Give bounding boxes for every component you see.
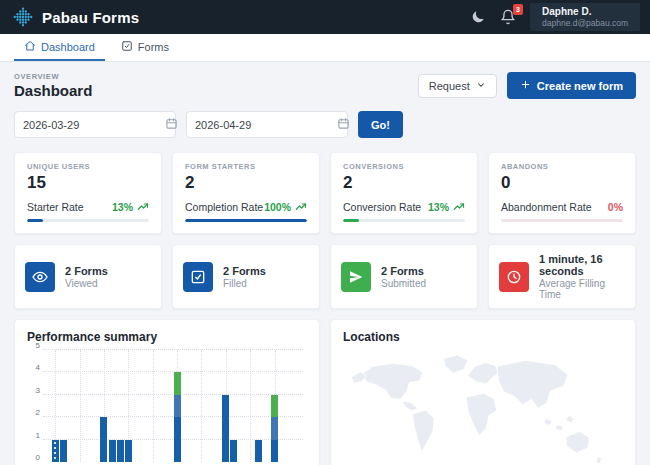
stat-card: UNIQUE USERS15Starter Rate13% [14,152,162,234]
create-new-form-label: Create new form [537,80,623,92]
stat-card: CONVERSIONS2Conversion Rate13% [330,152,478,234]
stat-card: FORM STARTERS2Completion Rate100% [172,152,320,234]
summary-card-subtitle: Viewed [65,278,108,289]
chart-bar[interactable] [174,372,181,462]
summary-card-title: 1 minute, 16 seconds [539,253,625,277]
rate-label: Conversion Rate [343,201,421,213]
check-square-icon [121,40,133,54]
clock-icon [499,262,529,292]
performance-summary-title: Performance summary [27,330,307,344]
stat-card: ABANDONS0Abandonment Rate0% [488,152,636,234]
check-square-icon [183,262,213,292]
chart-bar[interactable] [100,417,107,462]
rate-value: 100% [264,201,307,213]
stat-card-value: 0 [501,173,623,193]
plus-icon [520,79,531,92]
rate-progress-bar [501,219,623,222]
world-map [343,348,623,465]
go-button[interactable]: Go! [358,111,403,138]
chart-bar[interactable] [125,440,132,462]
stat-cards-row: UNIQUE USERS15Starter Rate13%FORM STARTE… [14,152,636,234]
stat-card-label: ABANDONS [501,162,623,171]
overview-kicker: OVERVIEW [14,72,92,81]
chart-bar[interactable] [271,395,278,462]
chart-bar[interactable] [222,395,229,462]
notifications-bell-icon[interactable]: 3 [500,9,516,25]
paper-plane-icon [341,262,371,292]
pabau-logo-icon [12,6,34,28]
stat-card-label: FORM STARTERS [185,162,307,171]
tab-forms-label: Forms [138,41,169,53]
locations-panel: Locations [330,319,636,465]
top-header: Pabau Forms 3 Daphne D. daphne.d@pabau.c… [0,0,650,34]
summary-card-subtitle: Filled [223,278,266,289]
summary-card: 2 FormsFilled [172,244,320,309]
chart-bar[interactable] [255,440,262,462]
stat-card-value: 15 [27,173,149,193]
end-date-field[interactable] [186,111,348,138]
summary-card: 1 minute, 16 secondsAverage Filling Time [488,244,636,309]
user-name: Daphne D. [542,6,630,17]
notification-count-badge: 3 [513,4,523,15]
trend-up-icon [295,201,307,213]
chart-bar[interactable] [109,440,116,462]
rate-label: Starter Rate [27,201,84,213]
rate-progress-bar [185,219,307,222]
y-axis-tick: 1 [28,430,40,439]
home-icon [24,40,36,54]
create-new-form-button[interactable]: Create new form [507,72,636,99]
start-date-input[interactable] [23,119,165,131]
end-date-input[interactable] [195,119,337,131]
chart-bar[interactable] [60,440,67,462]
calendar-icon[interactable] [337,117,350,133]
summary-card: 2 FormsSubmitted [330,244,478,309]
summary-card-subtitle: Submitted [381,278,426,289]
stat-card-value: 2 [343,173,465,193]
summary-card-subtitle: Average Filling Time [539,278,625,300]
summary-card-title: 2 Forms [223,265,266,277]
calendar-icon[interactable] [165,117,178,133]
page-title: Dashboard [14,82,92,99]
request-button-label: Request [429,80,470,92]
summary-card-title: 2 Forms [65,265,108,277]
summary-card-title: 2 Forms [381,265,426,277]
trend-up-icon [137,201,149,213]
app-title: Pabau Forms [42,9,139,26]
summary-card: 2 FormsViewed [14,244,162,309]
tab-dashboard[interactable]: Dashboard [14,34,105,61]
locations-title: Locations [343,330,623,344]
chevron-down-icon [476,80,486,92]
stat-card-label: CONVERSIONS [343,162,465,171]
tab-forms[interactable]: Forms [111,34,179,61]
dark-mode-moon-icon[interactable] [470,9,486,25]
user-email: daphne.d@pabau.com [542,18,630,28]
rate-progress-bar [27,219,149,222]
trend-up-icon [453,201,465,213]
rate-value: 13% [112,201,149,213]
start-date-field[interactable] [14,111,176,138]
y-axis-tick: 5 [28,341,40,350]
tab-dashboard-label: Dashboard [41,41,95,53]
rate-value: 13% [428,201,465,213]
chart-bar[interactable] [117,440,124,462]
y-axis-tick: 3 [28,385,40,394]
rate-progress-bar [343,219,465,222]
performance-summary-panel: Performance summary 012345 30 Mar02 Apr0… [14,319,320,465]
eye-icon [25,262,55,292]
performance-summary-chart: 012345 30 Mar02 Apr05 Apr08 Apr11 Apr14 … [27,350,307,465]
y-axis-tick: 2 [28,408,40,417]
y-axis-tick: 0 [28,453,40,462]
stat-card-value: 2 [185,173,307,193]
summary-cards-row: 2 FormsViewed2 FormsFilled2 FormsSubmitt… [14,244,636,309]
user-menu[interactable]: Daphne D. daphne.d@pabau.com [530,3,640,31]
request-button[interactable]: Request [418,74,497,98]
main-nav: Dashboard Forms [0,34,650,62]
chart-bar[interactable] [230,440,237,462]
rate-value: 0% [608,201,623,213]
rate-label: Abandonment Rate [501,201,591,213]
stat-card-label: UNIQUE USERS [27,162,149,171]
chart-bar[interactable] [52,440,59,462]
y-axis-tick: 4 [28,363,40,372]
rate-label: Completion Rate [185,201,263,213]
